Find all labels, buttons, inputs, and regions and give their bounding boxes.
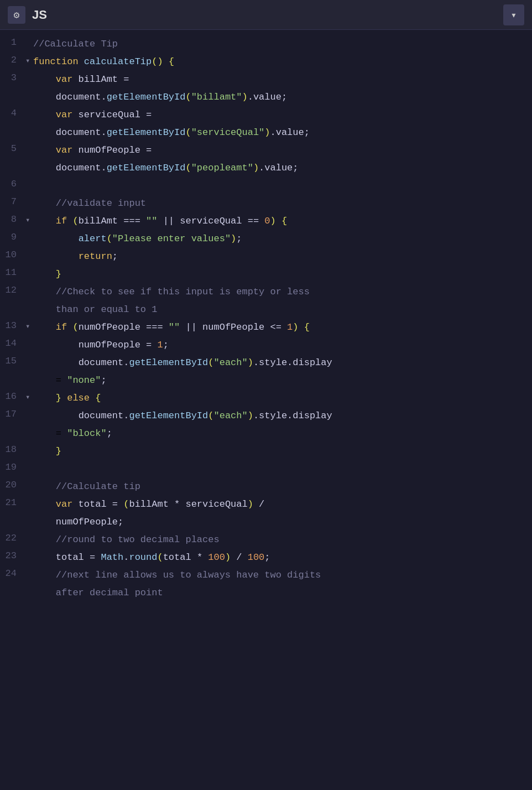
line-arrow: ▾ [25, 213, 33, 225]
line-number: 9 [0, 231, 25, 242]
line-content: if (billAmt === "" || serviceQual == 0) … [33, 213, 532, 228]
line-content: return; [33, 248, 532, 264]
code-line-10: 10 return; [0, 248, 532, 266]
line-number: 11 [0, 266, 25, 278]
line-arrow [25, 71, 33, 74]
line-arrow [25, 36, 33, 38]
line-content: document.getElementById("billamt").value… [33, 89, 532, 105]
code-line-21: 21 var total = (billAmt * serviceQual) / [0, 496, 532, 513]
line-arrow [25, 443, 33, 445]
code-line-13: 13 ▾ if (numOfPeople === "" || numOfPeop… [0, 319, 532, 336]
code-line-6: 6 [0, 177, 532, 195]
line-arrow [25, 549, 33, 552]
line-number [0, 124, 25, 126]
line-content: numOfPeople = 1; [33, 337, 532, 352]
line-number: 2 [0, 54, 25, 65]
line-content: document.getElementById("serviceQual").v… [33, 124, 532, 140]
code-line-5b: document.getElementById("peopleamt").val… [0, 159, 532, 177]
code-line-22: 22 //round to two decimal places [0, 531, 532, 549]
editor-container: ⚙ JS ▾ 1 //Calculate Tip 2 ▾ function ca… [0, 0, 532, 790]
code-line-7: 7 //validate input [0, 195, 532, 212]
line-content: total = Math.round(total * 100) / 100; [33, 549, 532, 565]
line-arrow [25, 408, 33, 410]
line-number: 6 [0, 178, 25, 189]
line-number: 23 [0, 549, 25, 561]
line-content: } [33, 443, 532, 459]
line-content: if (numOfPeople === "" || numOfPeople <=… [33, 319, 532, 335]
line-content: function calculateTip() { [33, 54, 532, 69]
line-arrow [25, 89, 33, 91]
line-content: //round to two decimal places [33, 532, 532, 547]
line-arrow [25, 337, 33, 339]
line-arrow: ▾ [25, 319, 33, 331]
line-content: //Calculate Tip [33, 36, 532, 51]
line-arrow: ▾ [25, 390, 33, 402]
line-number: 24 [0, 567, 25, 579]
line-arrow: ▾ [25, 54, 33, 65]
line-number: 18 [0, 443, 25, 455]
line-content: //Check to see if this input is empty or… [33, 284, 532, 299]
code-line-14: 14 numOfPeople = 1; [0, 336, 532, 354]
line-content: after decimal point [33, 585, 532, 600]
line-number: 3 [0, 71, 25, 83]
code-line-3b: document.getElementById("billamt").value… [0, 89, 532, 106]
line-number [0, 89, 25, 90]
code-line-17b: = "block"; [0, 425, 532, 443]
line-content: = "none"; [33, 372, 532, 388]
editor-header: ⚙ JS ▾ [0, 0, 532, 30]
line-arrow [25, 425, 33, 428]
line-arrow [25, 302, 33, 304]
line-arrow [25, 284, 33, 286]
line-arrow [25, 107, 33, 109]
line-arrow [25, 479, 33, 481]
line-arrow [25, 266, 33, 268]
line-arrow [25, 532, 33, 534]
code-line-20: 20 //Calculate tip [0, 478, 532, 496]
line-arrow [25, 585, 33, 587]
line-content: var billAmt = [33, 71, 532, 87]
line-arrow [25, 142, 33, 144]
code-line-18: 18 } [0, 443, 532, 460]
line-content: var serviceQual = [33, 107, 532, 122]
code-line-15: 15 document.getElementById("each").style… [0, 354, 532, 372]
line-content: document.getElementById("each").style.di… [33, 408, 532, 423]
chevron-down-icon[interactable]: ▾ [503, 4, 524, 25]
line-content: } [33, 266, 532, 282]
gear-icon[interactable]: ⚙ [8, 6, 25, 24]
line-number: 8 [0, 213, 25, 225]
code-line-4b: document.getElementById("serviceQual").v… [0, 124, 532, 142]
line-arrow [25, 160, 33, 162]
line-content: //Calculate tip [33, 479, 532, 494]
line-arrow [25, 355, 33, 357]
line-arrow [25, 496, 33, 498]
line-content: alert("Please enter values"); [33, 231, 532, 246]
code-area: 1 //Calculate Tip 2 ▾ function calculate… [0, 30, 532, 790]
line-arrow [25, 514, 33, 516]
line-arrow [25, 248, 33, 251]
line-number: 14 [0, 337, 25, 349]
code-line-11: 11 } [0, 266, 532, 283]
code-line-5: 5 var numOfPeople = [0, 142, 532, 159]
line-number [0, 514, 25, 515]
line-content [33, 461, 532, 476]
line-content: //validate input [33, 195, 532, 211]
line-arrow [25, 195, 33, 198]
line-number: 10 [0, 248, 25, 260]
line-content: = "block"; [33, 425, 532, 441]
code-line-15b: = "none"; [0, 372, 532, 389]
line-number: 16 [0, 390, 25, 402]
code-line-4: 4 var serviceQual = [0, 106, 532, 124]
code-line-21b: numOfPeople; [0, 513, 532, 531]
line-content: document.getElementById("each").style.di… [33, 355, 532, 370]
code-line-19: 19 [0, 460, 532, 478]
language-label: JS [32, 8, 47, 22]
line-number [0, 302, 25, 303]
line-number: 19 [0, 461, 25, 472]
line-number: 12 [0, 284, 25, 295]
line-number: 20 [0, 479, 25, 490]
line-content: document.getElementById("peopleamt").val… [33, 160, 532, 175]
line-number: 21 [0, 496, 25, 508]
line-arrow [25, 231, 33, 233]
code-line-23: 23 total = Math.round(total * 100) / 100… [0, 549, 532, 566]
code-line-24b: after decimal point [0, 584, 532, 602]
